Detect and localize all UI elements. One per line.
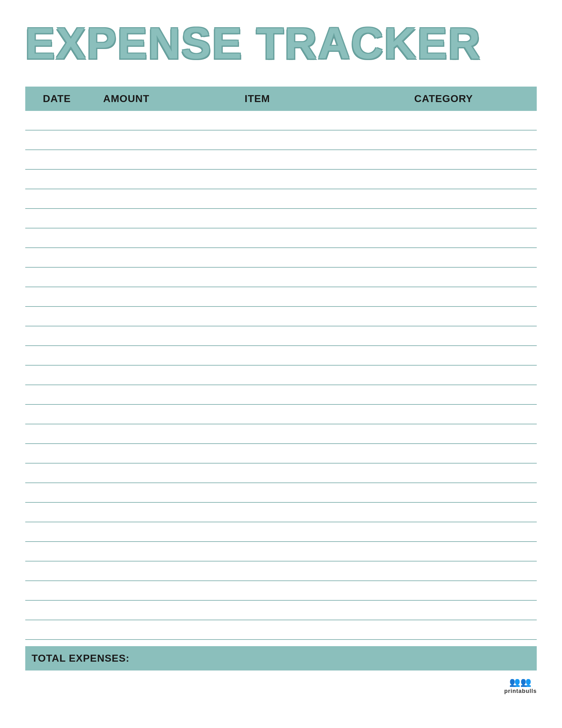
- table-cell: [164, 343, 350, 345]
- table-cell: [350, 441, 537, 443]
- table-cell: [164, 246, 350, 247]
- table-cell: [88, 441, 164, 443]
- table-cell: [164, 579, 350, 580]
- table-row: [25, 209, 537, 228]
- table-cell: [88, 539, 164, 541]
- table-cell: [350, 226, 537, 228]
- table-cell: [25, 618, 88, 620]
- header-date: DATE: [25, 87, 88, 111]
- table-cell: [88, 167, 164, 169]
- table-cell: [350, 539, 537, 541]
- table-cell: [350, 324, 537, 326]
- table-header: DATE AMOUNT ITEM CATEGORY: [25, 87, 537, 111]
- table-cell: [164, 539, 350, 541]
- table-row: [25, 189, 537, 209]
- table-row: [25, 581, 537, 601]
- table-cell: [164, 618, 350, 620]
- table-cell: [88, 324, 164, 326]
- table-cell: [88, 265, 164, 267]
- table-cell: [25, 285, 88, 287]
- table-cell: [350, 481, 537, 482]
- table-cell: [25, 304, 88, 306]
- table-cell: [350, 187, 537, 189]
- table-cell: [88, 246, 164, 247]
- table-cell: [164, 559, 350, 561]
- table-cell: [25, 148, 88, 149]
- table-row: [25, 503, 537, 522]
- table-cell: [88, 304, 164, 306]
- header-item: ITEM: [164, 87, 350, 111]
- table-row: [25, 464, 537, 483]
- table-cell: [25, 598, 88, 600]
- table-cell: [25, 128, 88, 130]
- table-row: [25, 150, 537, 170]
- table-cell: [25, 461, 88, 463]
- table-cell: [25, 324, 88, 326]
- table-cell: [88, 637, 164, 639]
- table-cell: [25, 441, 88, 443]
- table-cell: [25, 402, 88, 404]
- table-cell: [164, 481, 350, 482]
- table-cell: [350, 422, 537, 424]
- table-cell: [164, 187, 350, 189]
- table-cell: [88, 500, 164, 502]
- watermark-logo: 👥👥 printabulls: [504, 677, 537, 695]
- table-row: [25, 287, 537, 307]
- table-cell: [88, 226, 164, 228]
- table-row: [25, 405, 537, 424]
- table-row: [25, 483, 537, 503]
- table-cell: [88, 461, 164, 463]
- table-cell: [25, 187, 88, 189]
- table-cell: [164, 167, 350, 169]
- table-cell: [164, 265, 350, 267]
- table-row: [25, 326, 537, 346]
- table-cell: [88, 187, 164, 189]
- table-cell: [88, 148, 164, 149]
- table-cell: [164, 402, 350, 404]
- table-cell: [88, 598, 164, 600]
- table-row: [25, 170, 537, 189]
- table-row: [25, 385, 537, 405]
- table-cell: [164, 500, 350, 502]
- table-cell: [88, 481, 164, 482]
- table-cell: [350, 206, 537, 208]
- table-row: [25, 542, 537, 561]
- table-cell: [350, 618, 537, 620]
- table-cell: [350, 363, 537, 365]
- table-cell: [350, 167, 537, 169]
- table-cell: [350, 148, 537, 149]
- table-cell: [164, 148, 350, 149]
- table-cell: [164, 128, 350, 130]
- table-row: [25, 601, 537, 620]
- table-cell: [25, 500, 88, 502]
- table-cell: [25, 637, 88, 639]
- header-amount: AMOUNT: [88, 87, 164, 111]
- table-cell: [350, 304, 537, 306]
- table-cell: [88, 363, 164, 365]
- table-cell: [350, 520, 537, 522]
- table-row: [25, 620, 537, 640]
- table-cell: [164, 383, 350, 385]
- table-cell: [350, 461, 537, 463]
- table-cell: [25, 167, 88, 169]
- table-cell: [350, 598, 537, 600]
- table-cell: [164, 363, 350, 365]
- table-cell: [25, 539, 88, 541]
- table-row: [25, 248, 537, 268]
- table-cell: [350, 246, 537, 247]
- table-cell: [88, 520, 164, 522]
- table-cell: [88, 206, 164, 208]
- table-row: [25, 268, 537, 287]
- table-cell: [350, 128, 537, 130]
- table-cell: [350, 383, 537, 385]
- table-cell: [350, 559, 537, 561]
- table-cell: [88, 285, 164, 287]
- table-cell: [25, 422, 88, 424]
- table-cell: [164, 206, 350, 208]
- table-body: [25, 111, 537, 640]
- table-cell: [164, 226, 350, 228]
- table-cell: [25, 559, 88, 561]
- table-cell: [88, 128, 164, 130]
- table-cell: [25, 383, 88, 385]
- table-cell: [350, 500, 537, 502]
